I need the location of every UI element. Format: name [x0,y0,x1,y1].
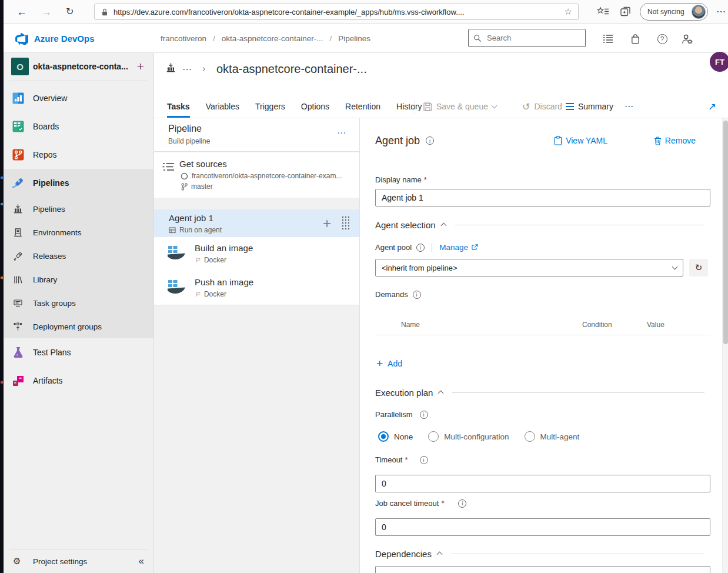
plus-icon: + [376,357,383,370]
external-link-icon [472,244,478,251]
project-switcher[interactable]: O okta-aspnetcore-conta... + [4,53,153,81]
demands-column-condition: Condition [582,321,612,329]
radio-multi-configuration[interactable]: Multi-configuration [428,431,509,442]
sidebar-item-test-plans[interactable]: Test Plans [4,338,153,367]
info-icon[interactable]: i [420,411,428,419]
info-icon[interactable]: i [420,456,428,464]
info-icon[interactable]: i [458,499,466,508]
radio-unselected[interactable] [525,431,535,442]
user-avatar[interactable]: FT [710,52,728,72]
task-build-an-image[interactable]: Build an image ⚐ Docker [154,237,359,271]
radio-unselected[interactable] [428,431,439,442]
sidebar-item-releases[interactable]: Releases [4,244,153,268]
my-work-items-icon[interactable] [601,32,615,46]
drag-handle[interactable] [342,216,350,230]
add-project-icon[interactable]: + [137,59,144,74]
timeout-input[interactable] [375,475,710,492]
agent-pool-dropdown[interactable]: <inherit from pipeline> [375,259,683,276]
summary-button[interactable]: Summary [566,95,613,118]
sidebar-item-environments[interactable]: Environments [4,221,153,244]
repo-line: francotiveron/okta-aspnetcore-container-… [181,172,342,180]
dependencies-section-header[interactable]: Dependencies [375,547,704,560]
manage-link[interactable]: Manage [439,243,478,252]
agent-job-node-selected[interactable]: Agent job 1 Run on agent + [154,209,359,237]
section-rule [455,225,704,225]
execution-plan-section-header[interactable]: Execution plan [375,386,704,399]
sidebar-item-pipelines[interactable]: Pipelines [4,169,153,197]
sidebar-item-overview[interactable]: Overview [4,84,153,112]
radio-none[interactable]: None [378,431,413,442]
job-cancel-timeout-input[interactable] [375,518,710,536]
sidebar-item-boards[interactable]: Boards [4,112,153,141]
task-type-line: ⚐ Docker [195,290,226,298]
breadcrumb-project[interactable]: okta-aspnetcore-container-... [222,34,323,43]
search-icon [473,34,482,42]
info-icon[interactable]: i [416,244,425,252]
task-push-an-image[interactable]: Push an image ⚐ Docker [154,271,359,305]
view-yaml-button[interactable]: View YAML [554,136,607,145]
project-avatar: O [11,58,29,75]
sidebar-item-artifacts[interactable]: Artifacts [4,367,153,395]
tab-options[interactable]: Options [301,95,329,118]
pipeline-root-node[interactable]: Pipeline Build pipeline ⋯ [154,118,359,152]
browser-reload-button[interactable]: ↻ [66,0,74,24]
info-icon[interactable]: i [413,291,421,299]
timeout-label-row: Timeout* i [375,455,428,464]
background-app-strip [0,0,4,573]
refresh-agent-pools-button[interactable]: ↻ [689,259,708,276]
tab-retention[interactable]: Retention [345,95,380,118]
discard-button[interactable]: ↺ Discard [522,95,562,118]
scrollbar-thumb[interactable] [723,121,728,344]
collapse-sidebar-icon[interactable]: « [139,555,144,567]
user-settings-icon[interactable] [680,32,694,46]
tab-variables[interactable]: Variables [206,95,239,118]
collections-icon[interactable] [619,5,633,19]
agent-selection-section-header[interactable]: Agent selection [375,218,704,231]
radio-label: Multi-configuration [444,432,509,441]
browser-profile-button[interactable]: Not syncing [640,3,708,21]
toolbar-more-icon[interactable]: ⋯ [625,95,634,118]
tab-triggers[interactable]: Triggers [255,95,285,118]
favorite-star-icon[interactable]: ☆ [565,6,572,17]
save-and-queue-label: Save & queue [436,102,488,111]
radio-selected[interactable] [378,431,389,442]
sidebar-item-pipelines-sub[interactable]: Pipelines [4,197,153,221]
display-name-input[interactable] [375,189,710,206]
pipeline-node-more-icon[interactable]: ⋯ [337,128,346,138]
project-settings-button[interactable]: ⚙ Project settings « [4,549,153,573]
help-icon[interactable]: ? [655,32,669,46]
label-text: Parallelism [375,410,413,419]
search-input[interactable] [486,33,574,43]
browser-forward-button[interactable]: → [41,0,52,24]
address-bar[interactable]: https://dev.azure.com/francotiveron/okta… [94,4,579,20]
favorites-bar-icon[interactable] [596,5,610,19]
remove-button[interactable]: Remove [654,136,696,145]
search-box[interactable] [468,29,586,47]
breadcrumb-org[interactable]: francotiveron [161,34,206,43]
azure-devops-home-link[interactable]: Azure DevOps [14,24,95,53]
pipeline-title-row: ⋯ › okta-aspnetcore-container-... [154,58,728,80]
breadcrumb-more-icon[interactable]: ⋯ [182,64,192,75]
add-task-icon[interactable]: + [323,215,331,232]
save-and-queue-button[interactable]: Save & queue [423,95,496,118]
strip-speck [1,381,3,384]
radio-multi-agent[interactable]: Multi-agent [525,431,580,442]
sidebar-item-repos[interactable]: Repos [4,141,153,169]
get-sources-node[interactable]: Get sources francotiveron/okta-aspnetcor… [154,152,359,198]
tab-tasks[interactable]: Tasks [167,95,190,118]
settings-scrollbar[interactable] [722,118,728,573]
sidebar-item-library[interactable]: Library [4,268,153,291]
fullscreen-expand-icon[interactable]: ↗ [708,95,716,118]
sidebar-item-task-groups[interactable]: Task groups [4,291,153,315]
browser-menu-icon[interactable]: ⋯ [716,0,726,24]
pipeline-node-title: Pipeline [168,124,202,134]
add-demand-button[interactable]: + Add [376,357,402,370]
marketplace-bag-icon[interactable] [628,32,642,46]
browser-back-button[interactable]: ← [16,0,27,24]
breadcrumb-hub[interactable]: Pipelines [338,34,370,43]
dependencies-field-partial[interactable] [375,566,710,573]
sidebar-item-deployment-groups[interactable]: Deployment groups [4,315,153,338]
tab-history[interactable]: History [396,95,422,118]
agent-pool-label-row: Agent pool i Manage [375,243,478,252]
info-icon[interactable]: i [426,136,434,145]
